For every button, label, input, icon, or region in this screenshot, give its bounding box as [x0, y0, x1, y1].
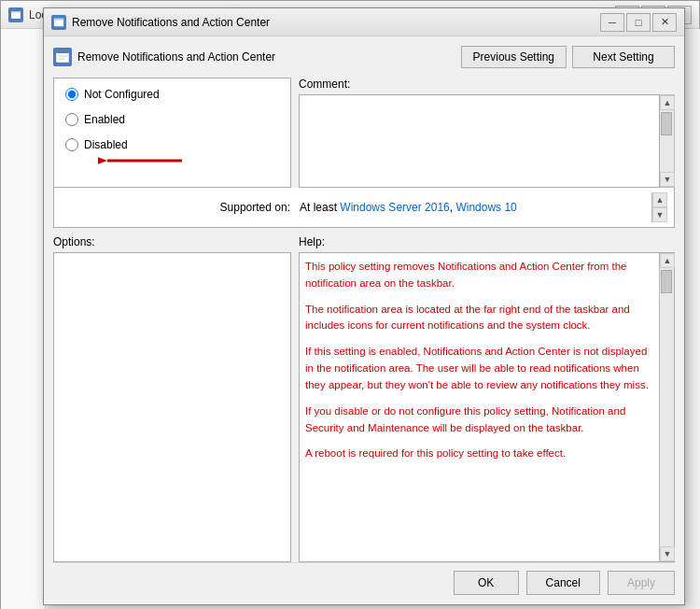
comment-scrollbar: ▲ ▼: [660, 94, 675, 188]
policy-icon: [53, 48, 72, 66]
supported-label: Supported on:: [220, 201, 290, 214]
modal-minimize-button[interactable]: ─: [600, 13, 624, 32]
supported-scroll-down[interactable]: ▼: [652, 207, 667, 222]
help-scroll-down[interactable]: ▼: [660, 546, 675, 561]
supported-row: Supported on: At least Windows Server 20…: [53, 188, 675, 228]
comment-section: Comment: ▲ ▼: [291, 78, 675, 188]
help-label: Help:: [299, 235, 675, 248]
help-content: This policy setting removes Notification…: [299, 252, 675, 562]
options-help-row: Options: Help: This policy setting remov…: [53, 235, 675, 562]
modal-titlebar-controls: ─ □ ✕: [600, 13, 677, 32]
help-scroll-thumb[interactable]: [661, 270, 672, 293]
modal-content: Remove Notifications and Action Center P…: [44, 36, 684, 604]
help-scrollbar: ▲ ▼: [659, 253, 674, 561]
scroll-thumb[interactable]: [661, 112, 672, 135]
options-label: Options:: [53, 235, 291, 248]
radio-enabled-label: Enabled: [84, 113, 125, 126]
help-panel: Help: This policy setting removes Notifi…: [299, 235, 675, 562]
radio-enabled[interactable]: Enabled: [65, 113, 279, 126]
comment-input-area: ▲ ▼: [299, 94, 675, 188]
modal-icon: [51, 15, 66, 30]
help-para-4: If you disable or do not configure this …: [305, 404, 653, 437]
svg-rect-5: [56, 51, 69, 53]
modal-footer: OK Cancel Apply: [53, 562, 675, 595]
modal-dialog: Remove Notifications and Action Center ─…: [43, 7, 685, 605]
supported-label-cell: Supported on:: [62, 201, 300, 214]
help-para-3: If this setting is enabled, Notification…: [305, 344, 653, 393]
modal-header: Remove Notifications and Action Center P…: [53, 46, 675, 68]
modal-maximize-button[interactable]: □: [626, 13, 651, 32]
help-text-area: This policy setting removes Notification…: [300, 253, 659, 561]
options-content: [53, 252, 291, 562]
help-para-5: A reboot is required for this policy set…: [305, 446, 653, 462]
ok-button[interactable]: OK: [454, 571, 519, 595]
help-scroll-up[interactable]: ▲: [660, 253, 675, 268]
supported-scrollbar: ▲ ▼: [651, 192, 666, 222]
svg-rect-3: [54, 18, 63, 20]
cancel-button[interactable]: Cancel: [526, 571, 600, 595]
comment-label: Comment:: [299, 78, 675, 91]
modal-titlebar: Remove Notifications and Action Center ─…: [44, 8, 684, 36]
supported-link-server[interactable]: Windows Server 2016: [340, 201, 449, 214]
modal-nav-buttons: Previous Setting Next Setting: [461, 46, 675, 68]
previous-setting-button[interactable]: Previous Setting: [461, 46, 567, 68]
radio-not-configured-label: Not Configured: [84, 88, 160, 101]
radio-disabled[interactable]: Disabled: [65, 138, 279, 151]
radio-disabled-label: Disabled: [84, 138, 128, 151]
radio-not-configured-input[interactable]: [65, 88, 78, 101]
modal-title: Remove Notifications and Action Center: [72, 16, 595, 29]
radio-enabled-input[interactable]: [65, 113, 78, 126]
bg-sidebar: [1, 29, 46, 609]
supported-scroll-up[interactable]: ▲: [652, 192, 667, 207]
next-setting-button[interactable]: Next Setting: [572, 46, 675, 68]
options-panel: Options:: [53, 235, 291, 562]
top-section: Not Configured Enabled Disabled Comment:: [53, 78, 675, 188]
modal-close-button[interactable]: ✕: [652, 13, 677, 32]
modal-header-left: Remove Notifications and Action Center: [53, 48, 275, 66]
help-scroll-track: [660, 268, 674, 546]
bg-window-icon: [8, 7, 23, 22]
radio-not-configured[interactable]: Not Configured: [65, 88, 279, 101]
scroll-up-arrow[interactable]: ▲: [660, 95, 675, 110]
apply-button[interactable]: Apply: [608, 571, 675, 595]
scroll-down-arrow[interactable]: ▼: [660, 172, 675, 187]
comment-textarea[interactable]: [299, 94, 660, 188]
help-para-2: The notification area is located at the …: [305, 302, 653, 335]
scroll-track: [660, 110, 674, 172]
supported-value-cell: At least Windows Server 2016, Windows 10: [300, 201, 651, 214]
supported-value: At least Windows Server 2016, Windows 10: [300, 201, 517, 214]
radio-disabled-input[interactable]: [65, 138, 78, 151]
modal-header-title: Remove Notifications and Action Center: [77, 50, 275, 64]
svg-rect-1: [11, 11, 21, 13]
supported-link-win10[interactable]: Windows 10: [455, 201, 516, 214]
help-para-1: This policy setting removes Notification…: [305, 259, 653, 292]
radio-options-panel: Not Configured Enabled Disabled: [53, 78, 291, 188]
